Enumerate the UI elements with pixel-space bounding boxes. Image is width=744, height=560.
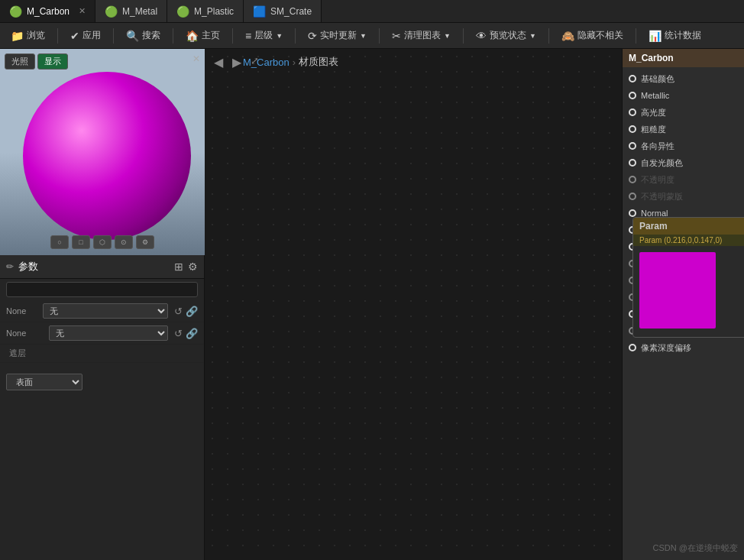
preview-arrow-icon: ▼	[529, 32, 536, 40]
m-carbon-pin-pixel-depth: 像素深度偏移	[623, 339, 744, 356]
surface-select[interactable]: 表面	[6, 374, 82, 390]
preview-ctrl-cylinder[interactable]: ⊙	[115, 235, 133, 249]
param-type-select-0[interactable]: 无	[43, 303, 168, 319]
toolbar-sep-6	[379, 28, 380, 44]
breadcrumb-part2: 材质图表	[299, 55, 338, 69]
params-grid-btn[interactable]: ⊞	[174, 261, 183, 273]
preview-sphere	[23, 72, 191, 240]
param-chain-icon-0[interactable]: 🔗	[186, 306, 198, 317]
param-type-select-1[interactable]: 无	[49, 325, 168, 341]
toolbar-realtime-label: 实时更新	[320, 29, 357, 42]
m-carbon-pin-emissive: 自发光颜色	[623, 154, 744, 171]
m-carbon-pin-opacity: 不透明度	[623, 171, 744, 188]
pin-opacity-mask-dot[interactable]	[629, 193, 636, 200]
tab-icon-m-plastic: 🟢	[176, 5, 189, 18]
left-panel: 光照 显示 ✕ ○ □ ⬡ ⊙ ⚙ ✏ 参数 ⊞ ⚙	[0, 49, 205, 560]
param-row-1: None 无 ↺ 🔗	[0, 322, 204, 345]
m-carbon-header: M_Carbon	[623, 49, 744, 67]
pin-specular-label: 高光度	[641, 107, 666, 118]
preview-ctrl-sphere[interactable]: ○	[50, 235, 69, 249]
param-actions-1: ↺ 🔗	[174, 328, 198, 339]
toolbar-hide-label: 隐藏不相关	[577, 29, 623, 42]
pin-base-color-dot[interactable]	[629, 75, 636, 83]
realtime-arrow-icon: ▼	[360, 32, 367, 40]
preview-controls: ○ □ ⬡ ⊙ ⚙	[50, 235, 154, 249]
pin-opacity-mask-label: 不透明蒙版	[641, 191, 683, 202]
preview-area: 光照 显示 ✕ ○ □ ⬡ ⊙ ⚙	[0, 49, 205, 255]
param-rotate-icon-0[interactable]: ↺	[174, 306, 183, 317]
m-carbon-pin-anisotropy: 各向异性	[623, 138, 744, 154]
pin-anisotropy-dot[interactable]	[629, 142, 636, 150]
pin-emissive-dot[interactable]	[629, 159, 636, 167]
params-title: 参数	[18, 260, 38, 274]
preview-ctrl-cube[interactable]: ⬡	[93, 235, 112, 249]
pin-metallic-dot[interactable]	[629, 92, 636, 99]
toolbar-browse[interactable]: 📁 浏览	[5, 27, 51, 44]
toolbar-sep-1	[57, 28, 58, 44]
tab-icon-m-carbon: 🟢	[9, 5, 22, 18]
param-actions-0: ↺ 🔗	[174, 306, 198, 317]
pin-specular-dot[interactable]	[629, 108, 636, 116]
param-rotate-icon-1[interactable]: ↺	[174, 328, 183, 339]
apply-icon: ✔	[70, 30, 79, 42]
tab-m-plastic[interactable]: 🟢 M_Plastic	[167, 0, 244, 22]
toolbar-sep-9	[636, 28, 636, 44]
nav-back-btn[interactable]: ◀	[211, 53, 226, 71]
tab-icon-sm-crate: 🟦	[253, 5, 266, 18]
toolbar-clean[interactable]: ✂ 清理图表 ▼	[386, 27, 457, 44]
tab-sm-crate[interactable]: 🟦 SM_Crate	[244, 0, 322, 22]
tab-label-m-metal: M_Metal	[122, 6, 157, 17]
param-node-title: Param	[639, 221, 668, 231]
param-chain-icon-1[interactable]: 🔗	[186, 328, 198, 339]
breadcrumb-part1[interactable]: M_Carbon	[243, 57, 290, 68]
m-carbon-pin-opacity-mask: 不透明蒙版	[623, 188, 744, 205]
pin-roughness-dot[interactable]	[629, 125, 636, 133]
toolbar-hierarchy[interactable]: ≡ 层级 ▼	[239, 27, 289, 44]
toolbar-home[interactable]: 🏠 主页	[180, 27, 226, 44]
toolbar-stats[interactable]: 📊 统计数据	[642, 27, 707, 44]
tab-m-carbon[interactable]: 🟢 M_Carbon ✕	[0, 0, 95, 22]
pin-opacity-dot[interactable]	[629, 176, 636, 183]
toolbar-realtime[interactable]: ⟳ 实时更新 ▼	[302, 27, 373, 44]
param-node-header: Param ▲	[633, 218, 744, 235]
pin-normal-dot[interactable]	[629, 209, 636, 217]
pin-emissive-label: 自发光颜色	[641, 157, 683, 169]
hierarchy-arrow-icon: ▼	[276, 32, 283, 40]
node-graph[interactable]: ◀ ▶ ⤢ M_Carbon › 材质图表 Param ▲ Param (0.2…	[205, 49, 744, 560]
clean-icon: ✂	[392, 30, 401, 42]
toolbar-apply[interactable]: ✔ 应用	[64, 27, 107, 44]
layer-label: 遮层	[6, 348, 26, 359]
display-mode-btn[interactable]: 显示	[37, 53, 68, 70]
m-carbon-title: M_Carbon	[629, 53, 674, 63]
pin-metallic-label: Metallic	[641, 91, 669, 100]
preview-close-btn[interactable]: ✕	[192, 53, 200, 64]
toolbar-preview[interactable]: 👁 预览状态 ▼	[470, 27, 542, 44]
preview-ctrl-settings[interactable]: ⚙	[136, 235, 154, 249]
tab-label-m-plastic: M_Plastic	[194, 6, 234, 17]
params-header: ✏ 参数 ⊞ ⚙	[0, 255, 204, 279]
toolbar-hide-unrelated[interactable]: 🙈 隐藏不相关	[555, 27, 629, 44]
toolbar-sep-8	[548, 28, 549, 44]
tab-bar: 🟢 M_Carbon ✕ 🟢 M_Metal 🟢 M_Plastic 🟦 SM_…	[0, 0, 744, 23]
toolbar-apply-label: 应用	[82, 29, 101, 42]
tab-m-metal[interactable]: 🟢 M_Metal	[95, 0, 167, 22]
home-icon: 🏠	[186, 30, 199, 42]
view-mode-buttons: 光照 显示	[5, 53, 68, 70]
lighting-mode-btn[interactable]: 光照	[5, 53, 35, 70]
pin-opacity-label: 不透明度	[641, 174, 674, 186]
toolbar-sep-5	[295, 28, 296, 44]
pin-pixel-depth-label: 像素深度偏移	[641, 342, 691, 354]
tab-close-m-carbon[interactable]: ✕	[79, 6, 86, 16]
param-color-preview[interactable]	[639, 252, 716, 329]
params-settings-btn[interactable]: ⚙	[188, 261, 198, 273]
params-search-input[interactable]	[6, 282, 198, 297]
nav-forward-btn[interactable]: ▶	[229, 53, 244, 71]
toolbar-home-label: 主页	[202, 29, 220, 42]
preview-ctrl-plane[interactable]: □	[72, 235, 90, 249]
pin-pixel-depth-dot[interactable]	[629, 344, 636, 351]
toolbar-hierarchy-label: 层级	[254, 29, 273, 42]
toolbar-search[interactable]: 🔍 搜索	[120, 27, 167, 44]
m-carbon-pin-metallic: Metallic	[623, 87, 744, 104]
param-row-layer: 遮层	[0, 345, 204, 363]
toolbar-sep-7	[463, 28, 464, 44]
